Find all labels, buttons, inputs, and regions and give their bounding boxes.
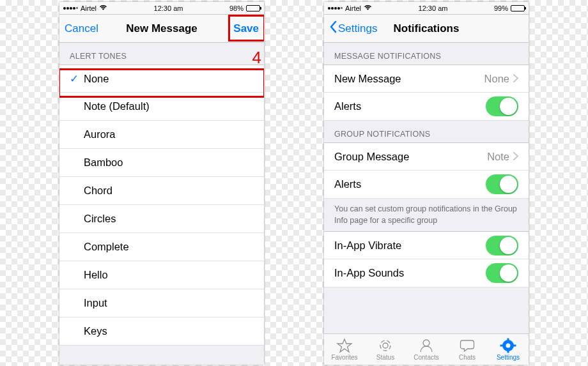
- svg-point-2: [423, 340, 429, 346]
- gear-icon: [500, 338, 516, 353]
- svg-rect-6: [507, 351, 509, 353]
- nav-bar: Settings Notifications: [324, 15, 529, 43]
- back-button[interactable]: Settings: [329, 20, 377, 36]
- tab-bar: Favorites Status Contacts Chats Settings: [324, 333, 529, 365]
- tone-label: Aurora: [84, 128, 116, 141]
- phone-right: Airtel 12:30 am 99% Settings Notificatio…: [324, 2, 529, 365]
- cancel-button[interactable]: Cancel: [65, 22, 98, 35]
- clock-label: 12:30 am: [154, 4, 183, 12]
- tone-row[interactable]: Complete: [59, 233, 264, 261]
- tone-row[interactable]: Chord: [59, 177, 264, 205]
- tab-label: Favorites: [331, 354, 357, 361]
- alerts-toggle[interactable]: [486, 96, 518, 116]
- inapp-vibrate-row: In-App Vibrate: [324, 231, 529, 259]
- wifi-icon: [99, 4, 107, 12]
- row-value: None: [484, 73, 509, 85]
- tone-label: Note (Default): [84, 100, 150, 112]
- new-message-row[interactable]: New Message None: [324, 65, 529, 93]
- tone-row[interactable]: Circles: [59, 205, 264, 233]
- contacts-icon: [418, 338, 435, 353]
- checkmark-icon: ✓: [70, 72, 84, 86]
- battery-icon: [511, 5, 525, 11]
- tab-contacts[interactable]: Contacts: [406, 334, 447, 365]
- battery-pct-label: 98%: [229, 4, 244, 12]
- row-label: In-App Sounds: [334, 267, 404, 279]
- svg-rect-5: [507, 339, 509, 341]
- tone-row[interactable]: Input: [59, 289, 264, 317]
- vibrate-toggle[interactable]: [486, 236, 518, 255]
- tone-label: None: [84, 73, 109, 85]
- back-label: Settings: [338, 22, 377, 35]
- section-header-message: MESSAGE NOTIFICATIONS: [324, 43, 529, 65]
- chevron-left-icon: [329, 20, 337, 36]
- alerts-toggle[interactable]: [486, 174, 518, 194]
- signal-dots-icon: [328, 7, 343, 10]
- inapp-sounds-row: In-App Sounds: [324, 259, 529, 287]
- tab-label: Contacts: [414, 354, 438, 361]
- content: MESSAGE NOTIFICATIONS New Message None A…: [324, 43, 529, 365]
- tone-row[interactable]: Note (Default): [59, 93, 264, 121]
- annotation-step-number: 4: [252, 48, 261, 68]
- status-bar: Airtel 12:30 am 98%: [59, 2, 264, 15]
- wifi-icon: [364, 4, 372, 12]
- svg-point-0: [383, 343, 388, 348]
- svg-rect-8: [514, 345, 516, 347]
- row-value: Note: [487, 151, 509, 163]
- clock-label: 12:30 am: [419, 4, 448, 12]
- tab-label: Status: [376, 354, 394, 361]
- carrier-label: Airtel: [345, 4, 361, 12]
- group-message-row[interactable]: Group Message Note: [324, 142, 529, 171]
- tone-label: Input: [84, 297, 107, 309]
- tone-row[interactable]: Bamboo: [59, 149, 264, 177]
- row-label: Alerts: [334, 100, 361, 112]
- save-button[interactable]: Save: [233, 22, 259, 35]
- status-icon: [377, 338, 394, 353]
- svg-point-1: [380, 340, 391, 351]
- phone-left: Airtel 12:30 am 98% Cancel New Message S…: [59, 2, 264, 365]
- tone-row[interactable]: Aurora: [59, 121, 264, 149]
- chevron-right-icon: [513, 73, 518, 85]
- content: ALERT TONES ✓ None Note (Default) Aurora…: [59, 43, 264, 365]
- tone-row[interactable]: Hello: [59, 261, 264, 289]
- row-label: New Message: [334, 73, 401, 85]
- battery-pct-label: 99%: [494, 4, 508, 12]
- status-bar: Airtel 12:30 am 99%: [324, 2, 529, 15]
- section-header-group: GROUP NOTIFICATIONS: [324, 121, 529, 142]
- battery-icon: [246, 5, 260, 11]
- tone-label: Hello: [84, 269, 108, 281]
- message-alerts-row: Alerts: [324, 93, 529, 121]
- chevron-right-icon: [513, 151, 518, 163]
- tab-label: Settings: [497, 354, 520, 361]
- tone-row-none[interactable]: ✓ None: [59, 65, 264, 93]
- sounds-toggle[interactable]: [486, 263, 518, 283]
- nav-bar: Cancel New Message Save: [59, 15, 264, 43]
- tone-label: Circles: [84, 213, 116, 225]
- group-footer-note: You can set custom group notifications i…: [324, 199, 529, 231]
- tone-label: Complete: [84, 241, 129, 253]
- chats-icon: [459, 338, 476, 353]
- tone-label: Bamboo: [84, 156, 123, 169]
- group-alerts-row: Alerts: [324, 171, 529, 199]
- tab-status[interactable]: Status: [365, 334, 406, 365]
- row-label: Group Message: [334, 151, 409, 163]
- row-label: Alerts: [334, 178, 361, 190]
- svg-point-4: [506, 344, 511, 348]
- signal-dots-icon: [63, 7, 78, 10]
- tab-settings[interactable]: Settings: [488, 334, 529, 365]
- section-header-alert-tones: ALERT TONES: [59, 43, 264, 65]
- tone-row[interactable]: Keys: [59, 317, 264, 346]
- svg-rect-7: [500, 345, 503, 347]
- tab-label: Chats: [459, 354, 476, 361]
- tab-favorites[interactable]: Favorites: [324, 334, 365, 365]
- tab-chats[interactable]: Chats: [447, 334, 488, 365]
- tone-label: Chord: [84, 185, 112, 197]
- row-label: In-App Vibrate: [334, 240, 401, 252]
- star-icon: [336, 338, 353, 353]
- tone-label: Keys: [84, 325, 107, 337]
- carrier-label: Airtel: [81, 4, 97, 12]
